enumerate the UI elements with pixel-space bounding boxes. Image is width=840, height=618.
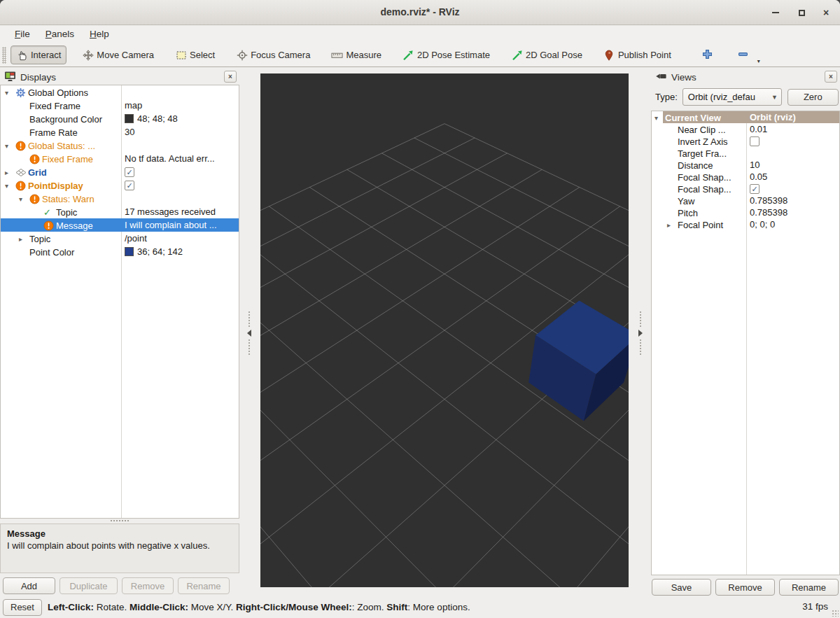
tool-label: Focus Camera xyxy=(251,50,310,60)
property-label: PointDisplay xyxy=(28,181,83,191)
tool-measure[interactable]: Measure xyxy=(326,45,387,64)
zero-button[interactable]: Zero xyxy=(788,89,839,106)
color-swatch[interactable] xyxy=(125,114,134,123)
duplicate-button[interactable]: Duplicate xyxy=(59,577,118,594)
views-close-button[interactable]: × xyxy=(825,71,837,83)
collapse-left-panel-button[interactable] xyxy=(246,308,253,358)
property-value[interactable]: 0; 0; 0 xyxy=(750,218,775,230)
add-tool-button[interactable] xyxy=(698,45,717,64)
expander-icon[interactable]: ▸ xyxy=(19,232,29,245)
tree-row-focal-shap[interactable]: Focal Shap...0.05 xyxy=(652,171,839,183)
tool-focus-camera[interactable]: Focus Camera xyxy=(230,45,316,64)
tree-row-focal-point[interactable]: ▸Focal Point0; 0; 0 xyxy=(652,218,839,230)
view-type-label: Type: xyxy=(655,92,678,102)
tree-row-point-color[interactable]: Point Color36; 64; 142 xyxy=(1,245,239,258)
rename-button[interactable]: Rename xyxy=(178,577,230,594)
expander-icon[interactable]: ▾ xyxy=(5,86,15,99)
3d-viewport[interactable] xyxy=(260,73,629,587)
checkbox[interactable]: ✓ xyxy=(125,167,134,177)
displays-splitter[interactable] xyxy=(0,519,239,523)
property-value[interactable]: map xyxy=(125,99,142,112)
menu-item-help[interactable]: Help xyxy=(82,26,117,43)
minimize-button[interactable] xyxy=(770,7,781,18)
property-label: Yaw xyxy=(678,196,694,206)
tree-row-yaw[interactable]: Yaw0.785398 xyxy=(652,195,839,206)
view-type-select[interactable]: Orbit (rviz_defau ▼ xyxy=(682,88,782,106)
checkbox[interactable]: ✓ xyxy=(125,181,134,190)
tree-row-invert-z-axis[interactable]: Invert Z Axis xyxy=(652,135,839,147)
property-value[interactable]: I will complain about ... xyxy=(125,218,217,232)
expander-icon[interactable]: ▸ xyxy=(5,166,15,178)
close-button[interactable]: × xyxy=(820,7,832,18)
tree-row-topic[interactable]: ✓Topic17 messages received xyxy=(1,205,239,218)
tree-row-global-options[interactable]: ▾Global Options xyxy=(1,85,239,99)
displays-close-button[interactable]: × xyxy=(224,71,237,83)
collapse-left-icon xyxy=(247,330,251,337)
tree-row-frame-rate[interactable]: Frame Rate30 xyxy=(1,125,239,139)
toolbar-overflow-icon[interactable]: ▾ xyxy=(757,58,760,64)
remove-button[interactable]: Remove xyxy=(122,577,174,594)
checkbox[interactable]: ✓ xyxy=(750,184,760,194)
tree-row-background-color[interactable]: Background Color48; 48; 48 xyxy=(1,112,239,125)
resize-grip[interactable] xyxy=(832,610,839,617)
toolbar: InteractMove CameraSelectFocus CameraMea… xyxy=(0,43,840,67)
titlebar[interactable]: demo.rviz* - RViz × xyxy=(0,0,840,25)
checkbox[interactable] xyxy=(750,136,760,146)
tool-select[interactable]: Select xyxy=(169,45,220,64)
tree-row-near-clip[interactable]: Near Clip ...0.01 xyxy=(652,123,839,135)
3d-scene xyxy=(260,73,629,587)
property-value[interactable]: Orbit (rviz) xyxy=(750,111,796,123)
property-value[interactable]: 17 messages received xyxy=(125,205,216,218)
expander-icon[interactable]: ▾ xyxy=(654,112,665,123)
tree-row-status-warn[interactable]: ▾Status: Warn xyxy=(1,192,239,205)
tool-interact[interactable]: Interact xyxy=(10,45,66,64)
property-value[interactable]: 0.785398 xyxy=(750,206,788,218)
property-value[interactable]: /point xyxy=(125,232,147,245)
remove-tool-button[interactable]: ▾ xyxy=(734,45,752,64)
property-label: Focal Shap... xyxy=(678,172,732,183)
tree-row-fixed-frame[interactable]: Fixed FrameNo tf data. Actual err... xyxy=(1,152,239,165)
rename-button[interactable]: Rename xyxy=(779,579,839,596)
menu-item-panels[interactable]: Panels xyxy=(38,26,82,43)
minimize-icon xyxy=(772,12,779,14)
tree-row-topic[interactable]: ▸Topic/point xyxy=(1,232,239,245)
warn-icon xyxy=(29,194,42,204)
color-swatch[interactable] xyxy=(125,247,134,256)
property-value[interactable]: No tf data. Actual err... xyxy=(125,152,215,165)
property-value[interactable]: 48; 48; 48 xyxy=(137,112,178,125)
tree-row-distance[interactable]: Distance10 xyxy=(652,159,839,171)
displays-panel-header: Displays × xyxy=(0,69,239,85)
tool-publish-point[interactable]: Publish Point xyxy=(598,45,677,64)
property-value[interactable]: 30 xyxy=(125,125,134,139)
expander-icon[interactable]: ▾ xyxy=(19,192,29,205)
tree-row-pointdisplay[interactable]: ▾PointDisplay✓ xyxy=(1,178,239,192)
maximize-button[interactable] xyxy=(796,7,807,18)
property-value[interactable]: 0.05 xyxy=(750,171,767,183)
tree-row-target-fra[interactable]: Target Fra... xyxy=(652,147,839,159)
reset-button[interactable]: Reset xyxy=(3,599,42,616)
expander-icon[interactable]: ▸ xyxy=(667,219,678,230)
tool-move-camera[interactable]: Move Camera xyxy=(76,45,160,64)
remove-button[interactable]: Remove xyxy=(715,579,775,596)
tree-row-pitch[interactable]: Pitch0.785398 xyxy=(652,206,839,218)
add-button[interactable]: Add xyxy=(3,577,55,594)
property-value[interactable]: 10 xyxy=(750,159,760,171)
tree-row-global-status[interactable]: ▾Global Status: ... xyxy=(1,139,239,152)
tree-row-focal-shap[interactable]: Focal Shap...✓ xyxy=(652,183,839,195)
tree-row-message[interactable]: MessageI will complain about ... xyxy=(1,218,239,232)
toolbar-drag-handle[interactable] xyxy=(2,47,6,64)
tool-2d-pose-estimate[interactable]: 2D Pose Estimate xyxy=(397,45,496,64)
save-button[interactable]: Save xyxy=(652,579,711,596)
displays-tree: ▾Global OptionsFixed FramemapBackground … xyxy=(0,85,239,519)
expander-icon[interactable]: ▾ xyxy=(5,139,15,152)
collapse-right-panel-button[interactable] xyxy=(637,308,644,358)
property-value[interactable]: 36; 64; 142 xyxy=(137,245,183,258)
tool-2d-goal-pose[interactable]: 2D Goal Pose xyxy=(505,45,588,64)
expander-icon[interactable]: ▾ xyxy=(5,179,15,192)
tree-row-fixed-frame[interactable]: Fixed Framemap xyxy=(1,99,239,112)
property-value[interactable]: 0.01 xyxy=(750,123,767,135)
tree-row-grid[interactable]: ▸Grid✓ xyxy=(1,165,239,178)
tree-row-current-view[interactable]: ▾Current ViewOrbit (rviz) xyxy=(652,111,839,123)
menu-item-file[interactable]: File xyxy=(7,26,38,43)
property-value[interactable]: 0.785398 xyxy=(750,195,788,206)
